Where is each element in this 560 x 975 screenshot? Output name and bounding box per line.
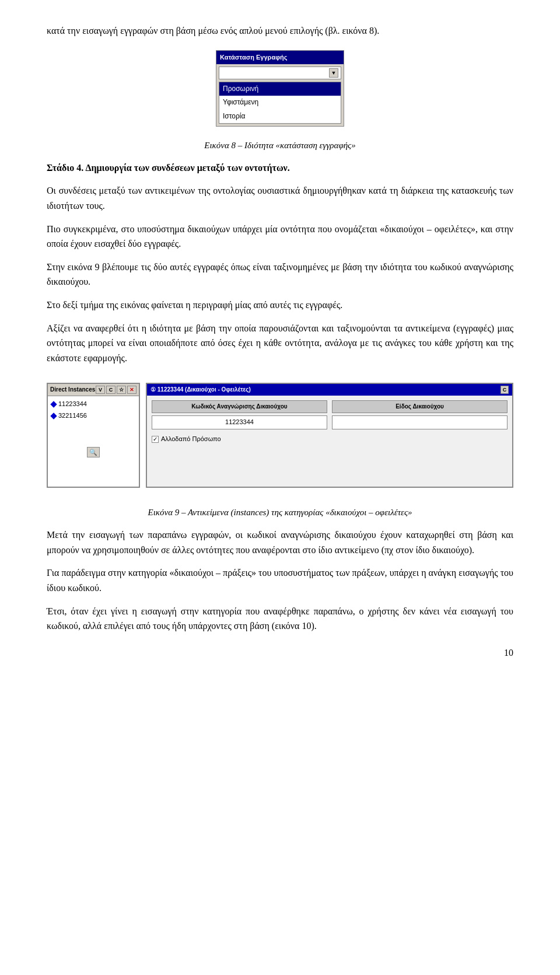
fig8-dropdown-row[interactable]: ▼: [219, 67, 341, 79]
stage4-heading: Στάδιο 4. Δημιουργία των συνδέσεων μεταξ…: [47, 160, 513, 176]
alodapo-label: Αλλοδαπό Πρόσωπο: [161, 434, 221, 445]
v-button[interactable]: V: [96, 386, 105, 394]
instance-value-1: 32211456: [58, 411, 87, 421]
col-header-1: Κωδικός Αναγνώρισης Δικαιούχου: [152, 400, 327, 413]
close-button[interactable]: ✕: [127, 386, 136, 394]
fig9-col-headers: Κωδικός Αναγνώρισης Δικαιούχου Είδος Δικ…: [152, 400, 508, 413]
diamond-icon-1: [50, 413, 57, 419]
direct-instances-label: Direct Instances: [50, 385, 95, 394]
diamond-icon-0: [50, 401, 57, 407]
star-button[interactable]: ☆: [117, 386, 126, 394]
fig8-dropdown-widget: Κατάσταση Εγγραφής ▼ Προσωρινή Υφιστάμεν…: [216, 50, 344, 127]
para8: Έτσι, όταν έχει γίνει η εισαγωγή στην κα…: [47, 604, 513, 634]
dropdown-arrow-icon[interactable]: ▼: [329, 68, 338, 78]
fig9-left-header: Direct Instances V C ☆ ✕: [48, 384, 139, 396]
col-header-2: Είδος Δικαιούχου: [332, 400, 508, 413]
para1: Οι συνδέσεις μεταξύ των αντικειμένων της…: [47, 183, 513, 213]
fig9-instances-list: 11223344 32211456: [48, 396, 139, 424]
instance-row-0[interactable]: 11223344: [50, 399, 136, 410]
col-value-2[interactable]: [332, 415, 508, 429]
fig9-col-values: 11223344: [152, 415, 508, 429]
fig9-right-body: Κωδικός Αναγνώρισης Δικαιούχου Είδος Δικ…: [147, 396, 512, 449]
fig8-list: Προσωρινή Υφιστάμενη Ιστορία: [219, 82, 341, 124]
fig9-left-bottom: 🔍: [48, 447, 139, 457]
fig8-list-item-2[interactable]: Ιστορία: [219, 110, 341, 123]
figure8-widget: Κατάσταση Εγγραφής ▼ Προσωρινή Υφιστάμεν…: [216, 50, 344, 127]
para7: Για παράδειγμα στην κατηγορία «δικαιούχο…: [47, 565, 513, 595]
fig9-right-panel: ① 11223344 (Δικαιούχοι - Οφειλέτες) C Κω…: [146, 383, 513, 488]
c-button[interactable]: C: [106, 386, 116, 394]
fig9-close-button[interactable]: C: [501, 386, 509, 394]
fig9-right-titlebar: ① 11223344 (Δικαιούχοι - Οφειλέτες) C: [147, 384, 512, 396]
figure8-container: Κατάσταση Εγγραφής ▼ Προσωρινή Υφιστάμεν…: [47, 50, 513, 127]
instance-row-1[interactable]: 32211456: [50, 410, 136, 422]
figure9-container: Direct Instances V C ☆ ✕ 11223344 322114…: [47, 377, 513, 494]
fig9-left-panel: Direct Instances V C ☆ ✕ 11223344 322114…: [47, 383, 140, 488]
instance-value-0: 11223344: [58, 399, 87, 410]
alodapo-checkbox[interactable]: ✓: [152, 436, 159, 443]
fig8-label: Εικόνα 8 – Ιδιότητα «κατάσταση εγγραφής»: [47, 138, 513, 152]
para6: Μετά την εισαγωγή των παραπάνω εγγραφών,…: [47, 527, 513, 557]
page-number: 10: [47, 645, 513, 661]
para3: Στην εικόνα 9 βλέπουμε τις δύο αυτές εγγ…: [47, 260, 513, 289]
intro-text: κατά την εισαγωγή εγγραφών στη βάση μέσω…: [47, 23, 513, 39]
fig9-widget: Direct Instances V C ☆ ✕ 11223344 322114…: [47, 383, 513, 488]
fig8-list-item-0[interactable]: Προσωρινή: [219, 82, 341, 96]
fig8-list-item-1[interactable]: Υφιστάμενη: [219, 96, 341, 109]
fig9-checkbox-row: ✓ Αλλοδαπό Πρόσωπο: [152, 434, 508, 445]
para5: Αξίζει να αναφερθεί ότι η ιδιότητα με βά…: [47, 321, 513, 366]
fig9-right-title-text: ① 11223344 (Δικαιούχοι - Οφειλέτες): [150, 385, 251, 394]
col-value-1[interactable]: 11223344: [152, 415, 327, 429]
fig9-label: Εικόνα 9 – Αντικείμενα (instances) της κ…: [47, 505, 513, 519]
para2: Πιο συγκεκριμένα, στο υποσύστημα δικαιού…: [47, 222, 513, 251]
para4: Στο δεξί τμήμα της εικόνας φαίνεται η πε…: [47, 298, 513, 313]
fig9-toolbar: V C ☆ ✕: [96, 386, 136, 394]
fig8-title-bar: Κατάσταση Εγγραφής: [216, 51, 344, 65]
search-button[interactable]: 🔍: [87, 447, 100, 457]
